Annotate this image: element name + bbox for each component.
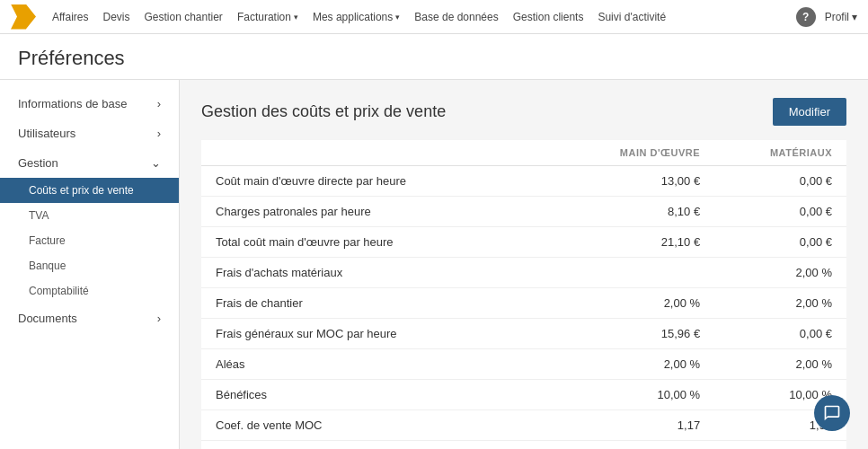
table-row: Total coût main d'œuvre par heure 21,10 … bbox=[201, 227, 846, 258]
help-button[interactable]: ? bbox=[796, 7, 816, 27]
sidebar-item-couts-prix-vente[interactable]: Coûts et prix de vente bbox=[0, 178, 179, 203]
row-label: Aléas bbox=[201, 349, 556, 380]
table-row: Bénéfices 10,00 % 10,00 % bbox=[201, 380, 846, 410]
row-label: Frais de chantier bbox=[201, 288, 556, 319]
row-label: Prix de vente de la main d'œuvre par heu… bbox=[201, 441, 556, 450]
nav-affaires[interactable]: Affaires bbox=[52, 11, 88, 23]
gestion-chevron-icon: ⌄ bbox=[151, 156, 161, 170]
nav-items: Affaires Devis Gestion chantier Facturat… bbox=[52, 11, 780, 23]
nav-base-de-donnees[interactable]: Base de données bbox=[414, 11, 498, 23]
sidebar: Informations de base › Utilisateurs › Ge… bbox=[0, 80, 180, 449]
row-label: Coef. de vente MOC bbox=[201, 410, 556, 441]
row-main-oeuvre: 15,96 € bbox=[556, 319, 714, 349]
row-main-oeuvre: 1,17 bbox=[556, 410, 714, 441]
table-header-label bbox=[201, 140, 556, 166]
row-main-oeuvre: 13,00 € bbox=[556, 166, 714, 197]
logo-icon[interactable] bbox=[11, 4, 36, 30]
table-header-main-oeuvre: MAIN D'ŒUVRE bbox=[556, 140, 714, 166]
page-header: Préférences bbox=[0, 34, 868, 80]
table-row: Aléas 2,00 % 2,00 % bbox=[201, 349, 846, 380]
nav-gestion-clients[interactable]: Gestion clients bbox=[513, 11, 584, 23]
row-materiaux: 0,00 € bbox=[714, 319, 846, 349]
sidebar-item-documents[interactable]: Documents › bbox=[0, 304, 179, 333]
nav-suivi-activite[interactable]: Suivi d'activité bbox=[598, 11, 666, 23]
sidebar-item-facture[interactable]: Facture bbox=[0, 228, 179, 253]
nav-right: ? Profil ▾ bbox=[796, 7, 857, 27]
row-main-oeuvre: 10,00 % bbox=[556, 380, 714, 410]
row-materiaux: 2,00 % bbox=[714, 258, 846, 288]
table-header-materiaux: MATÉRIAUX bbox=[714, 140, 846, 166]
top-navigation: Affaires Devis Gestion chantier Facturat… bbox=[0, 0, 868, 34]
profile-button[interactable]: Profil ▾ bbox=[825, 11, 857, 23]
nav-facturation[interactable]: Facturation ▾ bbox=[237, 11, 298, 23]
nav-gestion-chantier[interactable]: Gestion chantier bbox=[144, 11, 222, 23]
profile-chevron-icon: ▾ bbox=[852, 11, 857, 23]
row-main-oeuvre bbox=[556, 258, 714, 288]
sidebar-item-banque[interactable]: Banque bbox=[0, 253, 179, 278]
costs-table: MAIN D'ŒUVRE MATÉRIAUX Coût main d'œuvre… bbox=[201, 140, 846, 449]
table-row: Frais de chantier 2,00 % 2,00 % bbox=[201, 288, 846, 319]
row-materiaux: 2,00 % bbox=[714, 288, 846, 319]
table-row: Coût main d'œuvre directe par heure 13,0… bbox=[201, 166, 846, 197]
main-content: Gestion des coûts et prix de vente Modif… bbox=[180, 80, 868, 449]
table-row: Frais d'achats matériaux 2,00 % bbox=[201, 258, 846, 288]
facturation-chevron-icon: ▾ bbox=[294, 13, 298, 22]
modifier-button[interactable]: Modifier bbox=[773, 98, 846, 126]
row-main-oeuvre: 21,10 € bbox=[556, 227, 714, 258]
sidebar-item-informations-de-base[interactable]: Informations de base › bbox=[0, 89, 179, 119]
sidebar-item-utilisateurs[interactable]: Utilisateurs › bbox=[0, 119, 179, 148]
row-label: Frais généraux sur MOC par heure bbox=[201, 319, 556, 349]
row-label: Charges patronales par heure bbox=[201, 197, 556, 227]
row-label: Total coût main d'œuvre par heure bbox=[201, 227, 556, 258]
row-materiaux: 2,00 % bbox=[714, 349, 846, 380]
row-materiaux: 0,00 € bbox=[714, 166, 846, 197]
content-area: Informations de base › Utilisateurs › Ge… bbox=[0, 80, 868, 449]
row-main-oeuvre: 8,10 € bbox=[556, 197, 714, 227]
row-label: Bénéfices bbox=[201, 380, 556, 410]
main-header: Gestion des coûts et prix de vente Modif… bbox=[201, 98, 846, 126]
table-row: Frais généraux sur MOC par heure 15,96 €… bbox=[201, 319, 846, 349]
row-materiaux: 0,00 € bbox=[714, 197, 846, 227]
mes-applications-chevron-icon: ▾ bbox=[395, 13, 400, 22]
utilisateurs-chevron-icon: › bbox=[157, 127, 161, 140]
row-main-oeuvre: 2,00 % bbox=[556, 349, 714, 380]
table-row: Charges patronales par heure 8,10 € 0,00… bbox=[201, 197, 846, 227]
section-title: Gestion des coûts et prix de vente bbox=[201, 102, 446, 121]
table-row: Prix de vente de la main d'œuvre par heu… bbox=[201, 441, 846, 450]
chat-button[interactable] bbox=[814, 395, 850, 431]
documents-chevron-icon: › bbox=[157, 312, 161, 325]
sidebar-item-gestion[interactable]: Gestion ⌄ bbox=[0, 148, 179, 178]
informations-chevron-icon: › bbox=[157, 97, 161, 110]
nav-devis[interactable]: Devis bbox=[102, 11, 129, 23]
row-main-oeuvre: 2,00 % bbox=[556, 288, 714, 319]
row-materiaux: 0,00 € bbox=[714, 227, 846, 258]
table-row: Coef. de vente MOC 1,17 1,99 bbox=[201, 410, 846, 441]
sidebar-item-tva[interactable]: TVA bbox=[0, 203, 179, 228]
page-title: Préférences bbox=[18, 47, 850, 70]
row-label: Coût main d'œuvre directe par heure bbox=[201, 166, 556, 197]
row-label: Frais d'achats matériaux bbox=[201, 258, 556, 288]
row-main-oeuvre: 42,01 € bbox=[556, 441, 714, 450]
nav-mes-applications[interactable]: Mes applications ▾ bbox=[313, 11, 400, 23]
sidebar-item-comptabilite[interactable]: Comptabilité bbox=[0, 278, 179, 304]
row-materiaux: 0,00 € bbox=[714, 441, 846, 450]
